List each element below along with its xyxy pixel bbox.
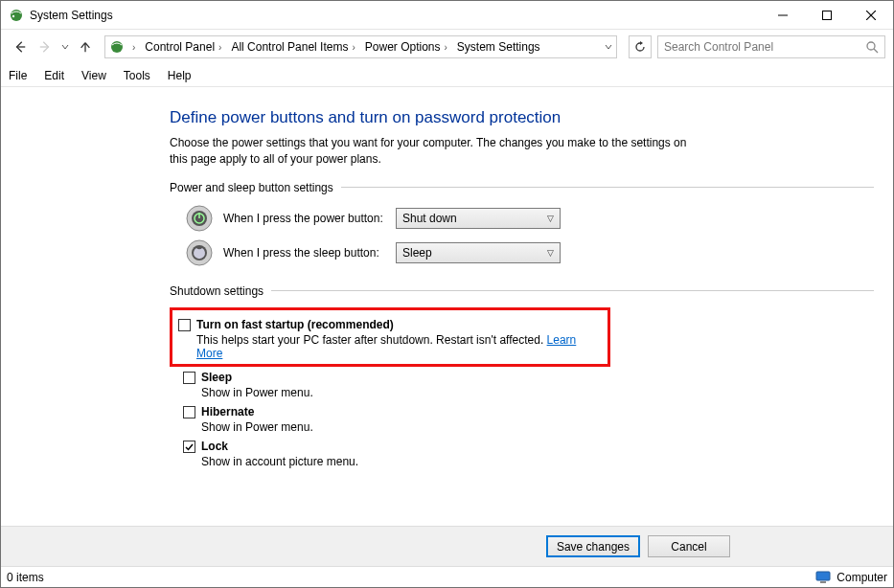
- button-bar: Save changes Cancel: [1, 526, 893, 566]
- app-icon: [9, 8, 24, 23]
- save-changes-button[interactable]: Save changes: [546, 535, 640, 557]
- menu-view[interactable]: View: [80, 67, 108, 84]
- sleep-button-label: When I press the sleep button:: [223, 246, 396, 260]
- fast-startup-label: Turn on fast startup (recommended): [196, 318, 394, 331]
- chevron-down-icon: ▽: [547, 214, 554, 223]
- svg-point-9: [867, 42, 875, 50]
- computer-icon: [815, 571, 831, 584]
- menu-edit[interactable]: Edit: [42, 67, 66, 84]
- search-placeholder: Search Control Panel: [664, 40, 865, 54]
- page-description: Choose the power settings that you want …: [170, 135, 706, 168]
- svg-rect-17: [816, 572, 830, 580]
- close-button[interactable]: [849, 1, 893, 29]
- forward-button[interactable]: [34, 35, 57, 58]
- statusbar: 0 items Computer: [1, 566, 893, 587]
- fast-startup-checkbox[interactable]: [178, 319, 191, 331]
- sleep-option-label: Sleep: [201, 371, 232, 384]
- breadcrumb-all-items[interactable]: All Control Panel Items›: [227, 36, 358, 57]
- section-shutdown: Shutdown settings: [170, 284, 874, 298]
- menu-help[interactable]: Help: [166, 67, 194, 84]
- status-location: Computer: [837, 571, 887, 584]
- lock-option-label: Lock: [201, 440, 228, 453]
- hibernate-option-label: Hibernate: [201, 405, 254, 418]
- refresh-button[interactable]: [629, 35, 652, 58]
- svg-rect-3: [823, 11, 832, 19]
- page-heading: Define power buttons and turn on passwor…: [170, 108, 874, 127]
- sleep-checkbox[interactable]: [183, 372, 195, 384]
- address-dropdown-icon[interactable]: [605, 43, 612, 51]
- lock-option-desc: Show in account picture menu.: [201, 455, 874, 468]
- menu-tools[interactable]: Tools: [122, 67, 152, 84]
- power-icon: [185, 204, 214, 233]
- navbar: › Control Panel› All Control Panel Items…: [1, 30, 893, 64]
- back-button[interactable]: [9, 35, 32, 58]
- address-bar[interactable]: › Control Panel› All Control Panel Items…: [104, 35, 617, 58]
- fast-startup-desc: This helps start your PC faster after sh…: [196, 333, 547, 347]
- sleep-icon: [185, 238, 214, 267]
- power-button-label: When I press the power button:: [223, 212, 396, 225]
- window: System Settings: [0, 0, 894, 588]
- svg-line-10: [874, 49, 878, 53]
- up-button[interactable]: [74, 35, 97, 58]
- breadcrumb-system-settings[interactable]: System Settings: [453, 36, 544, 57]
- svg-point-1: [12, 14, 14, 16]
- content-area: Define power buttons and turn on passwor…: [1, 87, 893, 526]
- status-item-count: 0 items: [7, 571, 44, 584]
- menu-file[interactable]: File: [7, 67, 29, 84]
- location-icon: [109, 39, 125, 55]
- power-button-row: When I press the power button: Shut down…: [170, 204, 874, 233]
- power-button-select[interactable]: Shut down▽: [396, 208, 561, 229]
- minimize-button[interactable]: [761, 1, 805, 29]
- window-controls: [761, 1, 893, 29]
- search-input[interactable]: Search Control Panel: [657, 35, 885, 58]
- breadcrumb-control-panel[interactable]: Control Panel›: [141, 36, 225, 57]
- sleep-button-row: When I press the sleep button: Sleep▽: [170, 238, 874, 267]
- menubar: File Edit View Tools Help: [1, 64, 893, 87]
- sleep-button-select[interactable]: Sleep▽: [396, 242, 561, 263]
- maximize-button[interactable]: [805, 1, 849, 29]
- recent-locations-button[interactable]: [58, 43, 72, 51]
- hibernate-checkbox[interactable]: [183, 406, 195, 418]
- cancel-button[interactable]: Cancel: [648, 535, 730, 557]
- search-icon: [865, 40, 879, 54]
- window-title: System Settings: [30, 9, 113, 22]
- svg-rect-18: [820, 581, 826, 583]
- chevron-down-icon: ▽: [547, 248, 554, 258]
- breadcrumb-power-options[interactable]: Power Options›: [361, 36, 451, 57]
- sleep-option-desc: Show in Power menu.: [201, 386, 874, 399]
- hibernate-option-desc: Show in Power menu.: [201, 420, 874, 434]
- breadcrumb-sep[interactable]: ›: [128, 36, 139, 57]
- fast-startup-highlight: Turn on fast startup (recommended) This …: [170, 307, 610, 367]
- section-power-sleep: Power and sleep button settings: [170, 181, 874, 194]
- lock-checkbox[interactable]: [183, 441, 195, 453]
- titlebar: System Settings: [1, 1, 893, 30]
